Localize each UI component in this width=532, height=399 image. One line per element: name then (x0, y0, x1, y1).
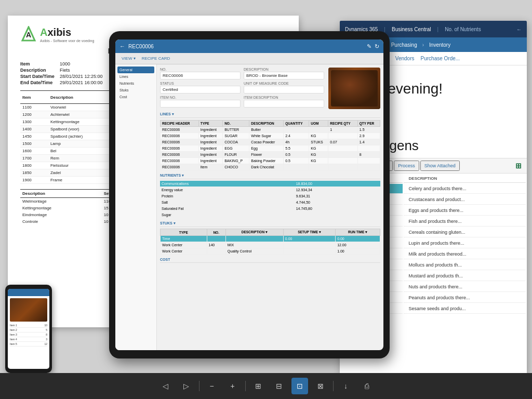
recipe-header-fields: No. REC00006 Description BROD - Brownie … (160, 68, 380, 109)
table-row: Protein9.634,31 (160, 193, 380, 200)
sidebar-item-stuks[interactable]: Stuks (117, 87, 154, 94)
subnav-vendors[interactable]: Vendors (395, 56, 415, 61)
cost-title: Cost (160, 258, 380, 263)
subnav-purchase-orders[interactable]: Purchase Orde... (421, 56, 460, 61)
recipe-desc-field: Description BROD - Brownie Base (244, 68, 324, 79)
sidebar-item-lines[interactable]: Lines (117, 73, 154, 80)
table-row: Energy value12.934,34 (160, 187, 380, 193)
topbar-bc: Business Central (392, 26, 431, 32)
ingredients-table: RECIPE HEADER TYPE NO. DESCRIPTION QUANT… (160, 120, 380, 170)
zoom-out-btn[interactable]: − (204, 378, 220, 394)
phone-topbar (8, 289, 49, 296)
lines-section-title: LINES ▾ (160, 112, 380, 118)
process-button[interactable]: Process (394, 161, 419, 171)
end-label: End Date/Time (20, 80, 57, 85)
recipe-card-btn[interactable]: RECIPE CARD (140, 56, 172, 61)
topbar-nutrients: No. of Nutrients (445, 26, 481, 32)
show-attached-button[interactable]: Show Attached (420, 161, 460, 171)
sidebar-item-cost[interactable]: Cost (117, 94, 154, 100)
recipe-main: General Lines Nutrients Stuks Cost No. R… (115, 64, 383, 350)
nav-inventory[interactable]: Inventory (425, 41, 455, 49)
grid-btn[interactable]: ⊠ (312, 378, 329, 394)
table-row: Salt4.744,50 (160, 200, 380, 206)
description-value: Fiets (60, 68, 70, 73)
bottom-toolbar: ◁ ▷ − + ⊞ ⊟ ⊡ ⊠ ↓ ⎙ (0, 373, 532, 399)
view-menu-btn[interactable]: VIEW ▾ (119, 56, 138, 61)
phone-device: Item 110 Item 25 Item 38 Item 43 Item 51… (5, 285, 52, 373)
list-item: Item 512 (10, 342, 47, 347)
company-tagline: Axibis - Software voor de voeding (40, 39, 94, 43)
list-item: Item 25 (10, 328, 47, 332)
brownie-image (328, 68, 380, 109)
zoom-in-btn[interactable]: + (224, 378, 241, 394)
back-icon[interactable]: ← (119, 43, 125, 49)
list-item: Item 38 (10, 332, 47, 337)
fit-width-btn[interactable]: ⊟ (271, 378, 287, 394)
recipe-sidebar: General Lines Nutrients Stuks Cost (115, 64, 157, 350)
item-label: Item (20, 61, 57, 66)
table-row: REC00006IngredientBUTTERButter11.5 (161, 127, 380, 133)
col-description: DESCRIPTION (404, 175, 526, 183)
table-row: REC00006ItemCHOCODark Chocolat (161, 164, 380, 170)
table-row: REC00006IngredientCOCOACocao Powder4hSTU… (161, 139, 380, 145)
recipe-uom-field: Unit of Measure Code (244, 82, 324, 94)
table-row: Saturated Fat14.745,80 (160, 206, 380, 212)
company-name: Axibis (40, 26, 94, 38)
table-row: REC00006IngredientEGGEgg5.5KG (161, 145, 380, 152)
table-row: REC00006IngredientFLOURFlower0.5KG8 (161, 152, 380, 158)
table-row: REC00006IngredientBAKING_PBaking Powder0… (161, 158, 380, 164)
recipe-fields-group: No. REC00006 Description BROD - Brownie … (160, 68, 324, 109)
nutrients-table: Communications 18.834,00 Energy value12.… (160, 181, 380, 218)
tablet-device: ← REC00006 ✎ ↻ VIEW ▾ RECIPE CARD Genera… (109, 31, 390, 358)
phone-food-image (10, 298, 47, 322)
svg-text:A: A (26, 31, 31, 39)
table-row: Time0.000.00 (161, 236, 380, 242)
record-id: REC00006 (128, 44, 154, 49)
recipe-item-no-field: Item No. (160, 96, 241, 108)
nutrients-title: NUTRIENTS ▾ (160, 174, 380, 179)
table-row: REC00006IngredientSUGARWhite Sugar2.4KG2… (161, 133, 380, 139)
table-row: Communications 18.834,00 (160, 181, 380, 187)
edit-icon[interactable]: ✎ (367, 43, 371, 50)
stuks-section: STUKS ▾ TYPE NO. DESCRIPTION ▾ SETUP TIM… (160, 221, 380, 255)
nutrients-section: NUTRIENTS ▾ Communications 18.834,00 Ene… (160, 174, 380, 218)
toolbar-separator-3 (333, 381, 334, 391)
col-item: Item (20, 91, 48, 104)
cost-section: Cost (160, 258, 380, 263)
download-btn[interactable]: ↓ (338, 378, 354, 394)
refresh-icon[interactable]: ↻ (375, 43, 379, 50)
list-item: Item 43 (10, 337, 47, 342)
recipe-no-field: No. REC00006 (160, 68, 241, 79)
sidebar-item-nutrients[interactable]: Nutrients (117, 80, 154, 87)
prev-btn[interactable]: ◁ (157, 378, 174, 394)
nav-purchasing[interactable]: Purchasing (387, 41, 421, 49)
toolbar-separator-2 (245, 381, 246, 391)
next-btn[interactable]: ▷ (178, 378, 195, 394)
item-value: 1000 (60, 61, 70, 66)
brownie-photo (328, 68, 380, 109)
fit-page-btn[interactable]: ⊞ (250, 378, 267, 394)
stuks-title: STUKS ▾ (160, 221, 380, 227)
view-mode-btn[interactable]: ⊡ (291, 378, 308, 394)
stuks-table: TYPE NO. DESCRIPTION ▾ SETUP TIME ▾ RUN … (160, 229, 380, 255)
toolbar-separator-1 (199, 381, 200, 391)
axibis-logo-icon: A (20, 26, 37, 43)
start-label: Start Date/Time (20, 74, 57, 79)
table-row: Work CenterQuality Control1.00 (161, 248, 380, 255)
sidebar-item-general[interactable]: General (117, 66, 154, 73)
recipe-status-field: Status Certified (160, 82, 241, 94)
print-btn[interactable]: ⎙ (358, 378, 375, 394)
excel-icon[interactable]: ⊞ (515, 162, 522, 170)
phone-content: Item 110 Item 25 Item 38 Item 43 Item 51… (8, 296, 49, 349)
close-icon[interactable]: ← (516, 26, 522, 32)
recipe-content-area: No. REC00006 Description BROD - Brownie … (157, 64, 383, 350)
tablet-topbar: ← REC00006 ✎ ↻ (115, 39, 383, 53)
list-item: Item 110 (10, 323, 47, 328)
recipe-item-desc-field: Item Description (244, 96, 324, 108)
start-value: 28/01/2021 12:25:00 (60, 74, 103, 79)
recipe-toolbar: VIEW ▾ RECIPE CARD (115, 53, 383, 64)
end-value: 29/01/2021 16:00:00 (60, 80, 103, 85)
tablet-screen: ← REC00006 ✎ ↻ VIEW ▾ RECIPE CARD Genera… (115, 39, 383, 350)
phone-screen: Item 110 Item 25 Item 38 Item 43 Item 51… (8, 289, 49, 369)
table-row: Sugar (160, 212, 380, 218)
